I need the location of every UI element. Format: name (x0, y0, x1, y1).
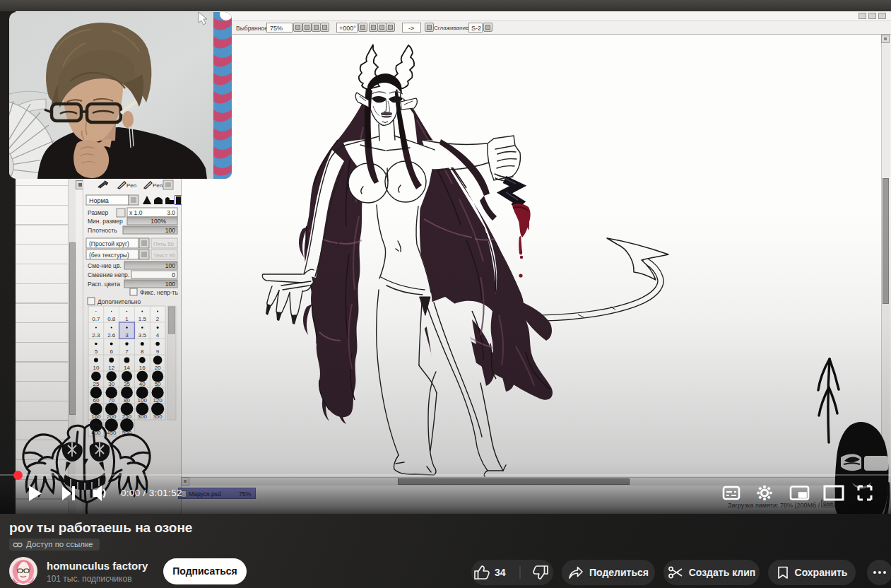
svg-text:34: 34 (495, 567, 506, 578)
svg-text:3: 3 (125, 332, 129, 339)
svg-text:35: 35 (124, 381, 130, 387)
svg-text:x 1.0: x 1.0 (129, 209, 143, 216)
svg-text:3.0: 3.0 (167, 209, 175, 216)
svg-text:6: 6 (110, 348, 113, 355)
svg-text:20: 20 (155, 365, 161, 371)
svg-text:Дополнительно: Дополнительно (98, 298, 141, 305)
svg-text:Размер: Размер (88, 209, 108, 216)
svg-text:9: 9 (156, 348, 160, 355)
svg-text:25: 25 (93, 381, 99, 387)
svg-text:Расп. цвета: Расп. цвета (88, 281, 120, 288)
svg-text:100%: 100% (151, 218, 166, 225)
svg-text:12: 12 (108, 365, 114, 371)
svg-text:350: 350 (153, 413, 163, 420)
svg-text:Текст 95: Текст 95 (153, 252, 176, 259)
svg-text:Pen: Pen (126, 182, 136, 189)
svg-text:Сме-ние цв.: Сме-ние цв. (88, 262, 122, 269)
svg-text:Фикс. непр-ть: Фикс. непр-ть (140, 289, 178, 296)
svg-text:Pen: Pen (153, 182, 163, 189)
svg-text:14: 14 (124, 365, 130, 371)
svg-text:3.5: 3.5 (138, 332, 147, 339)
svg-text:Мин. размер: Мин. размер (88, 218, 123, 225)
svg-text:7: 7 (125, 348, 129, 355)
svg-text:100: 100 (165, 281, 175, 288)
svg-text:1.5: 1.5 (138, 316, 147, 322)
svg-text:60: 60 (93, 397, 99, 404)
svg-text:Норма: Норма (89, 197, 109, 204)
svg-text:2.6: 2.6 (107, 332, 116, 339)
svg-text:5: 5 (95, 348, 98, 355)
svg-text:1: 1 (125, 316, 129, 322)
svg-text:80: 80 (124, 397, 130, 404)
svg-text:0: 0 (172, 271, 175, 278)
svg-text:2.3: 2.3 (92, 332, 100, 339)
svg-text:Плотность: Плотность (88, 227, 117, 234)
svg-text:100: 100 (138, 397, 148, 404)
svg-text:30: 30 (108, 381, 114, 387)
svg-text:50: 50 (155, 381, 161, 387)
svg-text:8: 8 (141, 348, 144, 355)
svg-text:100: 100 (165, 227, 175, 234)
svg-text:16: 16 (139, 365, 146, 371)
svg-text:4: 4 (156, 332, 160, 339)
svg-text:2: 2 (156, 316, 160, 322)
svg-text:0.7: 0.7 (92, 316, 100, 322)
svg-text:100: 100 (165, 262, 175, 269)
svg-text:10: 10 (93, 365, 99, 371)
svg-text:(Простой круг): (Простой круг) (89, 240, 129, 247)
svg-text:Пять 50: Пять 50 (153, 241, 175, 247)
svg-text:70: 70 (108, 397, 114, 404)
svg-text:(без текстуры): (без текстуры) (89, 252, 129, 259)
svg-text:40: 40 (139, 381, 146, 387)
svg-text:Смеение непр.: Смеение непр. (88, 271, 129, 278)
svg-text:120: 120 (153, 397, 163, 404)
svg-text:0.8: 0.8 (107, 316, 116, 322)
